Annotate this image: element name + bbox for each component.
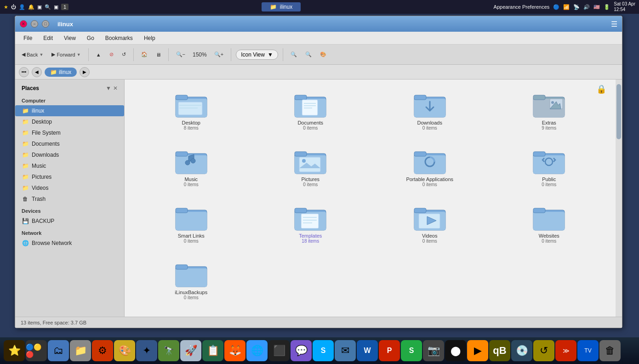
file-item-websites[interactable]: Websites 0 items (492, 200, 607, 247)
svg-rect-2 (176, 95, 188, 100)
color-button[interactable]: 🎨 (317, 50, 329, 59)
file-item-portable[interactable]: Portable Applications 0 items (372, 143, 487, 191)
dock-item-viber[interactable]: 💬 (291, 340, 312, 361)
bluetooth-icon[interactable]: 🔵 (553, 4, 559, 10)
breadcrumb-current[interactable]: 📁 ilinux (45, 68, 77, 77)
file-item-smartlinks[interactable]: Smart Links 0 items (134, 200, 249, 247)
dock-item-clipboard[interactable]: 📋 (202, 340, 223, 361)
dock-item-wps-s[interactable]: S (401, 340, 422, 361)
svg-rect-29 (299, 157, 320, 172)
window-close-button[interactable]: ✕ (20, 20, 27, 28)
menu-view[interactable]: View (59, 34, 80, 43)
dock-item-rocket[interactable]: 🚀 (180, 340, 201, 361)
menu-bookmarks[interactable]: Bookmarks (101, 34, 137, 43)
scrollbar-thumb[interactable] (616, 84, 621, 139)
sidebar-item-network[interactable]: 🌐 Browse Network (15, 238, 124, 249)
dock-item-vlc[interactable]: ▶ (467, 340, 488, 361)
sidebar-item-trash[interactable]: 🗑 Trash (15, 193, 124, 205)
dock-item-star[interactable]: ⭐ (4, 340, 25, 361)
sidebar-item-desktop[interactable]: 📁 Desktop (15, 116, 124, 127)
breadcrumb-back-button[interactable]: ◀ (32, 67, 42, 77)
zoom-out-button[interactable]: 🔍− (173, 50, 188, 59)
dock-item-wps-p[interactable]: P (379, 340, 400, 361)
window-menu-button[interactable]: ☰ (611, 20, 617, 28)
search-button[interactable]: 🔍 (288, 50, 300, 59)
dock-item-firefox[interactable]: 🦊 (224, 340, 245, 361)
sidebar-item-pictures[interactable]: 📁 Pictures (15, 171, 124, 182)
dock-item-teamviewer[interactable]: TV (577, 340, 599, 361)
dock-item-binoculars[interactable]: 🔭 (158, 340, 179, 361)
notification-icon[interactable]: 🔔 (28, 4, 34, 10)
sidebar-item-ilinux[interactable]: 📁 ilinux (15, 105, 124, 116)
scrollbar[interactable] (616, 80, 622, 317)
file-manager-window: ✕ − □ ilinux ☰ File Edit View Go Bookmar… (15, 16, 622, 328)
user-icon[interactable]: 👤 (19, 4, 25, 10)
appearance-label[interactable]: Appearance Preferences (494, 4, 550, 10)
dock-item-paint[interactable]: 🎨 (114, 340, 135, 361)
stop-button[interactable]: ⊘ (107, 50, 116, 59)
places-expand-button[interactable]: ▼ (106, 85, 111, 91)
home-button[interactable]: 🏠 (138, 50, 150, 59)
sidebar-item-music[interactable]: 📁 Music (15, 160, 124, 171)
dock-item-skype[interactable]: S (313, 340, 334, 361)
active-app-title[interactable]: 📁 ilinux (262, 2, 301, 11)
menu-go[interactable]: Go (82, 34, 99, 43)
dock-item-word[interactable]: W (357, 340, 378, 361)
sidebar-item-videos[interactable]: 📁 Videos (15, 182, 124, 193)
sidebar-item-downloads[interactable]: 📁 Downloads (15, 149, 124, 160)
search-icon[interactable]: 🔍 (45, 4, 51, 10)
star-icon[interactable]: ★ (4, 4, 8, 10)
statusbar: 13 items, Free space: 3.7 GB (15, 317, 622, 328)
menu-help[interactable]: Help (139, 34, 160, 43)
menu-file[interactable]: File (19, 34, 37, 43)
computer-button[interactable]: 🖥 (153, 50, 164, 59)
statusbar-text: 13 items, Free space: 3.7 GB (21, 320, 86, 325)
reload-button[interactable]: ↺ (119, 50, 129, 59)
file-item-desktop[interactable]: Desktop 8 items (134, 87, 249, 134)
dock-item-files[interactable]: 🗂 (48, 340, 69, 361)
forward-button[interactable]: ▶ Forward ▼ (49, 50, 83, 59)
dock-item-qbittorrent[interactable]: qB (489, 340, 510, 361)
breadcrumb-dots-button[interactable]: ••• (19, 67, 29, 77)
menu-edit[interactable]: Edit (39, 34, 57, 43)
file-item-music[interactable]: Music 0 items (134, 143, 249, 191)
file-item-pictures[interactable]: Pictures 0 items (253, 143, 368, 191)
dock-item-circles[interactable]: 🔵🟡🔴 (26, 340, 47, 361)
file-item-templates[interactable]: Templates 18 items (253, 200, 368, 247)
dock-item-capture[interactable]: 📷 (423, 340, 444, 361)
window-minimize-button[interactable]: − (31, 20, 38, 28)
breadcrumb-forward-button[interactable]: ▶ (80, 67, 90, 77)
dock-item-email[interactable]: ✉ (335, 340, 356, 361)
file-item-ilinuxbackups[interactable]: iLinuxBackups 0 items (134, 256, 249, 304)
dock-item-chrome[interactable]: 🌐 (246, 340, 268, 361)
svg-rect-28 (295, 152, 307, 156)
dock-item-trash[interactable]: 🗑 (599, 340, 621, 361)
sidebar-item-documents[interactable]: 📁 Documents (15, 138, 124, 149)
file-item-downloads[interactable]: Downloads 0 items (372, 87, 487, 134)
dock-item-filemanager[interactable]: 📁 (70, 340, 91, 361)
dock-item-star2[interactable]: ✦ (136, 340, 157, 361)
window-icon[interactable]: ▣ (54, 4, 58, 10)
volume-icon[interactable]: 🔊 (583, 4, 590, 10)
dock-item-recover[interactable]: ↺ (533, 340, 554, 361)
sidebar-item-backup[interactable]: 💾 BACKUP (15, 216, 124, 227)
view-mode-selector[interactable]: Icon View ▼ (236, 50, 278, 60)
zoom-in-button[interactable]: 🔍+ (211, 50, 226, 59)
back-button[interactable]: ◀ Back ▼ (19, 50, 46, 59)
dock-item-amazon[interactable]: ⬤ (445, 340, 466, 361)
places-close-button[interactable]: ✕ (113, 85, 118, 91)
file-item-documents[interactable]: Documents 0 items (253, 87, 368, 134)
dock-item-anydesk[interactable]: ≫ (555, 340, 576, 361)
file-item-videos[interactable]: Videos 0 items (372, 200, 487, 247)
dock-item-terminal[interactable]: ⬛ (268, 340, 290, 361)
power-icon[interactable]: ⏻ (11, 4, 16, 10)
display-icon[interactable]: ▣ (37, 4, 42, 10)
window-maximize-button[interactable]: □ (42, 20, 49, 28)
file-item-public[interactable]: Public 0 items (492, 143, 607, 191)
dock-item-settings[interactable]: ⚙ (92, 340, 113, 361)
dock-item-steam[interactable]: 💿 (511, 340, 532, 361)
file-item-extras[interactable]: Extras 9 items (492, 87, 607, 134)
sidebar-item-filesystem[interactable]: 📁 File System (15, 127, 124, 138)
up-button[interactable]: ▲ (93, 50, 104, 59)
preview-button[interactable]: 🔍 (302, 50, 314, 59)
